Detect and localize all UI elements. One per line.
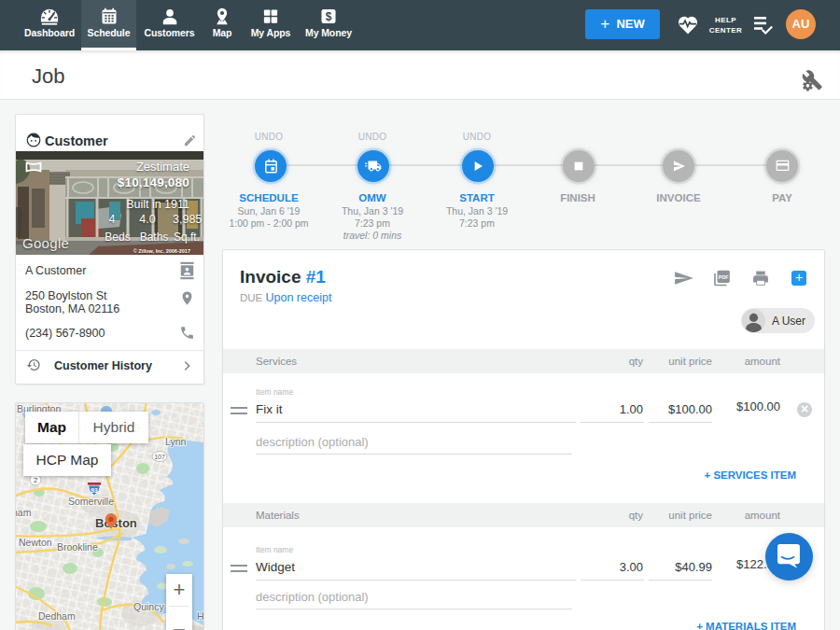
svg-text:PDF: PDF (719, 274, 729, 280)
svg-text:Lynn: Lynn (165, 436, 187, 447)
svg-text:2: 2 (34, 476, 37, 484)
svg-text:Somerville: Somerville (68, 496, 114, 507)
svg-text:Brookline: Brookline (57, 541, 98, 553)
svg-text:Newton: Newton (19, 537, 52, 548)
svg-text:93: 93 (91, 487, 98, 494)
svg-text:107: 107 (154, 454, 165, 460)
svg-text:Dedham: Dedham (38, 610, 76, 622)
svg-text:ham: ham (16, 507, 32, 518)
svg-text:Hi: Hi (197, 610, 203, 622)
svg-text:$: $ (326, 10, 332, 23)
svg-text:Quincy: Quincy (133, 601, 164, 612)
